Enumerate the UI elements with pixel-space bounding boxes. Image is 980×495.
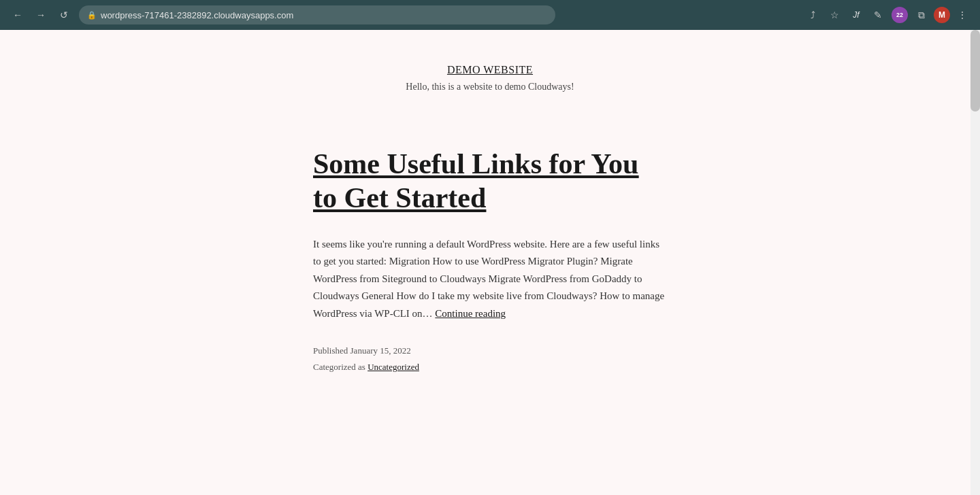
site-tagline: Hello, this is a website to demo Cloudwa… bbox=[14, 82, 966, 92]
category-line: Categorized as Uncategorized bbox=[313, 359, 667, 375]
post-meta: Published January 15, 2022 Categorized a… bbox=[313, 343, 667, 375]
published-label: Published bbox=[313, 345, 348, 356]
share-icon[interactable]: ⤴ bbox=[803, 5, 822, 24]
browser-chrome: ← → ↺ 🔒 wordpress-717461-2382892.cloudwa… bbox=[0, 0, 980, 30]
badge-extension[interactable]: 22 bbox=[890, 5, 909, 24]
post-title-link[interactable]: Some Useful Links for You to Get Started bbox=[313, 148, 638, 214]
back-button[interactable]: ← bbox=[8, 5, 27, 24]
nav-buttons: ← → ↺ bbox=[8, 5, 74, 24]
category-link[interactable]: Uncategorized bbox=[368, 362, 419, 372]
extension-badge: 22 bbox=[892, 7, 908, 23]
forward-button[interactable]: → bbox=[31, 5, 50, 24]
scrollbar-thumb[interactable] bbox=[970, 30, 980, 112]
scrollbar[interactable] bbox=[970, 30, 980, 495]
refresh-button[interactable]: ↺ bbox=[54, 5, 74, 24]
main-content: Some Useful Links for You to Get Started… bbox=[299, 147, 681, 375]
post-title[interactable]: Some Useful Links for You to Get Started bbox=[313, 147, 667, 216]
menu-icon[interactable]: ⋮ bbox=[953, 5, 972, 24]
site-title[interactable]: DEMO WEBSITE bbox=[447, 64, 533, 75]
post-excerpt: It seems like you're running a default W… bbox=[313, 236, 667, 323]
puzzle-icon[interactable]: ⧉ bbox=[912, 5, 931, 24]
pen-icon[interactable]: ✎ bbox=[868, 5, 887, 24]
browser-actions: ⤴ ☆ Jf ✎ 22 ⧉ M ⋮ bbox=[803, 5, 972, 24]
jf-extension-icon[interactable]: Jf bbox=[847, 5, 866, 24]
categorized-label: Categorized as bbox=[313, 362, 365, 372]
site-header: DEMO WEBSITE Hello, this is a website to… bbox=[0, 30, 980, 106]
url-text: wordpress-717461-2382892.cloudwaysapps.c… bbox=[101, 10, 293, 20]
address-bar[interactable]: 🔒 wordpress-717461-2382892.cloudwaysapps… bbox=[79, 5, 555, 24]
excerpt-text: It seems like you're running a default W… bbox=[313, 239, 664, 319]
published-date: January 15, 2022 bbox=[350, 345, 411, 356]
page-wrapper: DEMO WEBSITE Hello, this is a website to… bbox=[0, 30, 980, 495]
lock-icon: 🔒 bbox=[87, 11, 97, 20]
badge-icon-symbol: 22 bbox=[896, 12, 903, 18]
star-icon[interactable]: ☆ bbox=[825, 5, 844, 24]
post-article: Some Useful Links for You to Get Started… bbox=[313, 147, 667, 375]
published-line: Published January 15, 2022 bbox=[313, 343, 667, 358]
continue-reading-link[interactable]: Continue reading bbox=[435, 308, 506, 319]
profile-avatar[interactable]: M bbox=[934, 7, 950, 23]
